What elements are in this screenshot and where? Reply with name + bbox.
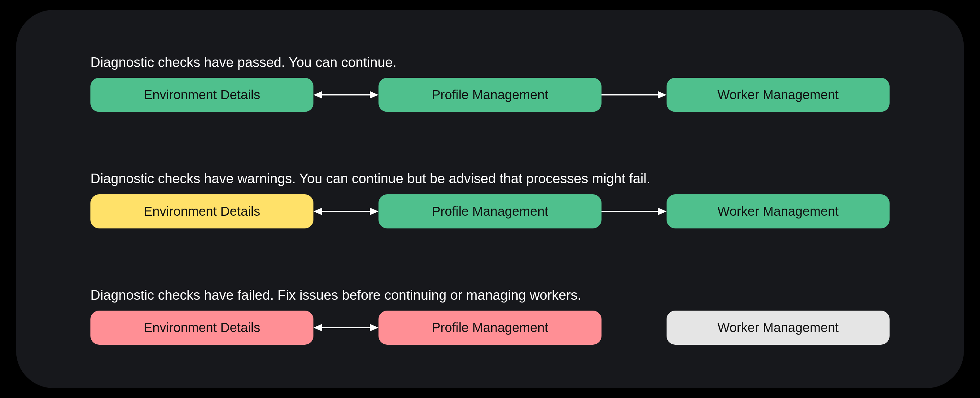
node-profile-management: Profile Management (379, 310, 601, 345)
state-passed-flow: Environment Details Profile Management W… (91, 78, 889, 112)
state-warnings-flow: Environment Details Profile Management W… (91, 194, 889, 229)
svg-marker-9 (658, 208, 667, 215)
node-worker-management: Worker Management (667, 78, 889, 112)
state-warnings-caption: Diagnostic checks have warnings. You can… (91, 169, 889, 187)
node-worker-management: Worker Management (667, 194, 889, 229)
arrow-double-icon (313, 310, 379, 345)
state-failed-flow: Environment Details Profile Management W… (91, 310, 889, 345)
state-passed: Diagnostic checks have passed. You can c… (91, 53, 889, 112)
svg-marker-7 (370, 208, 379, 215)
node-worker-management: Worker Management (667, 310, 889, 345)
state-warnings: Diagnostic checks have warnings. You can… (91, 169, 889, 228)
arrow-right-icon (601, 194, 667, 229)
diagram-panel: Diagnostic checks have passed. You can c… (16, 10, 964, 388)
svg-marker-12 (370, 324, 379, 331)
arrow-double-icon (313, 78, 379, 112)
node-environment-details: Environment Details (91, 194, 313, 229)
svg-marker-6 (313, 208, 322, 215)
state-failed: Diagnostic checks have failed. Fix issue… (91, 286, 889, 345)
state-failed-caption: Diagnostic checks have failed. Fix issue… (91, 286, 889, 304)
svg-marker-4 (658, 91, 667, 99)
svg-marker-2 (370, 91, 379, 99)
svg-marker-1 (313, 91, 322, 99)
node-environment-details: Environment Details (91, 310, 313, 345)
node-profile-management: Profile Management (379, 194, 601, 229)
arrow-none-icon (601, 310, 667, 345)
arrow-right-icon (601, 78, 667, 112)
svg-marker-11 (313, 324, 322, 331)
node-profile-management: Profile Management (379, 78, 601, 112)
arrow-double-icon (313, 194, 379, 229)
state-passed-caption: Diagnostic checks have passed. You can c… (91, 53, 889, 71)
node-environment-details: Environment Details (91, 78, 313, 112)
